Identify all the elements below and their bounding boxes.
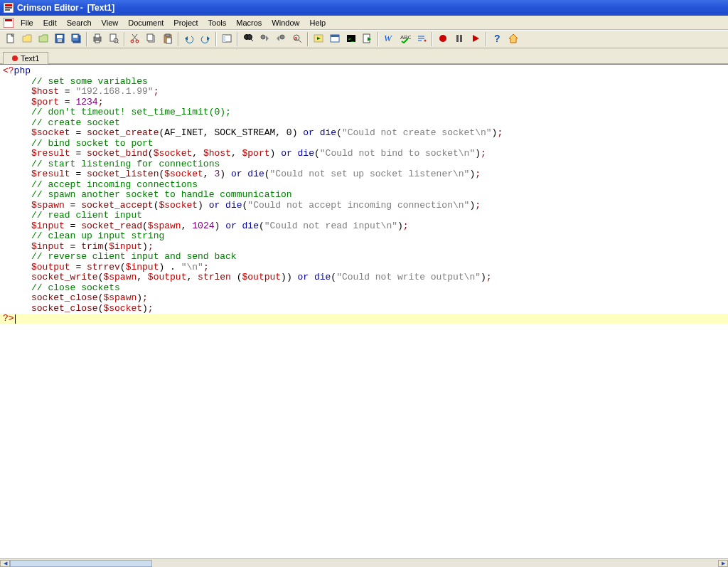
code-line: // accept incoming connections: [3, 180, 725, 191]
editor-area[interactable]: <?php// set some variables$host = "192.1…: [0, 64, 728, 558]
command-icon: >_: [346, 33, 357, 46]
pause-macro-button[interactable]: [451, 31, 467, 47]
paste-button[interactable]: [160, 31, 176, 47]
help-icon: ?: [491, 33, 503, 46]
code-line: $input = trim($input);: [3, 242, 725, 253]
tab-text1[interactable]: Text1: [3, 52, 48, 64]
svg-marker-8: [23, 35, 31, 42]
code-line: // reverse client input and send back: [3, 252, 725, 263]
menu-tools[interactable]: Tools: [203, 17, 232, 28]
svg-rect-60: [456, 35, 459, 42]
undo-button[interactable]: [181, 31, 197, 47]
scroll-right-arrow-icon[interactable]: ▶: [718, 560, 728, 567]
redo-icon: [200, 33, 211, 46]
scroll-track[interactable]: [10, 560, 718, 567]
replace-icon: a: [291, 33, 303, 46]
find-next-icon: [259, 33, 270, 46]
toolbar-separator: [215, 32, 217, 46]
menu-window[interactable]: Window: [267, 17, 304, 28]
show-whitespace-button[interactable]: [414, 31, 429, 47]
svg-text:?: ?: [494, 33, 500, 44]
spell-check-button[interactable]: ABC: [397, 31, 413, 47]
svg-point-58: [424, 40, 427, 42]
svg-rect-12: [58, 39, 62, 42]
menu-view[interactable]: View: [97, 17, 124, 28]
menu-help[interactable]: Help: [304, 17, 331, 28]
help-button[interactable]: ?: [489, 31, 505, 47]
svg-rect-19: [110, 34, 116, 41]
find-button[interactable]: [240, 31, 256, 47]
show-whitespace-icon: [416, 33, 427, 46]
open-folder-button[interactable]: [36, 31, 51, 47]
save-button[interactable]: [52, 31, 68, 47]
save-all-icon: [70, 33, 82, 46]
svg-marker-62: [473, 35, 479, 42]
svg-point-40: [280, 35, 284, 39]
play-macro-button[interactable]: [468, 31, 483, 47]
menu-search[interactable]: Search: [62, 17, 97, 28]
svg-rect-17: [95, 34, 100, 38]
home-button[interactable]: [505, 31, 521, 47]
find-icon: [242, 33, 254, 46]
print-icon: [92, 33, 103, 46]
save-icon: [54, 33, 65, 46]
menu-file[interactable]: File: [16, 17, 38, 28]
svg-rect-27: [147, 34, 153, 41]
menu-project[interactable]: Project: [168, 17, 203, 28]
svg-rect-18: [95, 41, 100, 43]
code-line: // bind socket to port: [3, 139, 725, 149]
copy-button[interactable]: [144, 31, 159, 47]
svg-rect-5: [5, 19, 12, 21]
code-line: $output = strrev($input) . "\n";: [3, 263, 725, 273]
replace-button[interactable]: a: [289, 31, 305, 47]
cut-button[interactable]: [127, 31, 143, 47]
toolbar-separator: [124, 32, 125, 46]
menu-bar: FileEditSearchViewDocumentProjectToolsMa…: [0, 16, 728, 30]
svg-rect-48: [331, 35, 339, 37]
svg-rect-15: [73, 35, 77, 38]
redo-button[interactable]: [198, 31, 213, 47]
svg-rect-2: [5, 7, 12, 9]
code-line: $socket = socket_create(AF_INET, SOCK_ST…: [3, 128, 725, 139]
scroll-left-arrow-icon[interactable]: ◀: [0, 560, 10, 567]
scroll-thumb[interactable]: [10, 560, 152, 567]
code-line: $result = socket_bind($socket, $host, $p…: [3, 149, 725, 159]
cut-icon: [129, 33, 141, 46]
code-line: socket_close($socket);: [3, 304, 725, 314]
svg-text:ABC: ABC: [400, 34, 411, 41]
code-line: // spawn another socket to handle commun…: [3, 190, 725, 201]
code-line: // read client input: [3, 211, 725, 221]
record-macro-icon: [437, 33, 449, 46]
menu-document[interactable]: Document: [123, 17, 168, 28]
print-button[interactable]: [90, 31, 105, 47]
find-next-button[interactable]: [257, 31, 272, 47]
find-prev-button[interactable]: [273, 31, 289, 47]
run-external-button[interactable]: [311, 31, 326, 47]
toolbar-separator: [237, 32, 238, 46]
svg-rect-11: [57, 35, 63, 38]
menu-edit[interactable]: Edit: [38, 17, 62, 28]
code-line: $input = socket_read($spawn, 1024) or di…: [3, 221, 725, 232]
print-preview-button[interactable]: [106, 31, 122, 47]
modified-dot-icon: [12, 55, 18, 61]
new-file-button[interactable]: [3, 31, 18, 47]
svg-marker-64: [509, 34, 518, 43]
code-line: // don't timeout! set_time_limit(0);: [3, 107, 725, 118]
menu-macros[interactable]: Macros: [231, 17, 267, 28]
browser-button[interactable]: [327, 31, 343, 47]
save-all-button[interactable]: [68, 31, 84, 47]
run-script-button[interactable]: [360, 31, 375, 47]
browser-icon: [329, 33, 341, 46]
record-macro-button[interactable]: [435, 31, 451, 47]
command-button[interactable]: >_: [343, 31, 359, 47]
undo-icon: [183, 33, 195, 46]
open-file-button[interactable]: [19, 31, 35, 47]
title-app-name: Crimson Editor: [17, 3, 79, 13]
toggle-panel-button[interactable]: [219, 31, 235, 47]
svg-rect-61: [460, 35, 462, 42]
svg-text:W: W: [384, 33, 392, 43]
svg-text:a: a: [294, 35, 298, 41]
horizontal-scrollbar[interactable]: ◀ ▶: [0, 558, 728, 567]
spell-check-icon: ABC: [400, 33, 411, 46]
word-wrap-button[interactable]: W: [381, 31, 397, 47]
